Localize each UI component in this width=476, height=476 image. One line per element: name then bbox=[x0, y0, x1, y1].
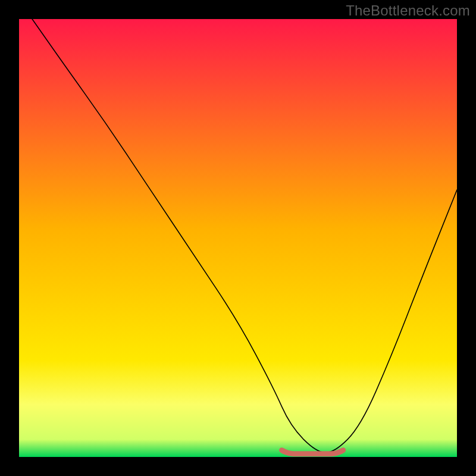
chart-frame: TheBottleneck.com bbox=[0, 0, 476, 476]
chart-svg bbox=[19, 19, 457, 457]
watermark-text: TheBottleneck.com bbox=[346, 2, 470, 19]
gradient-background bbox=[19, 19, 457, 457]
plot-area bbox=[19, 19, 457, 457]
